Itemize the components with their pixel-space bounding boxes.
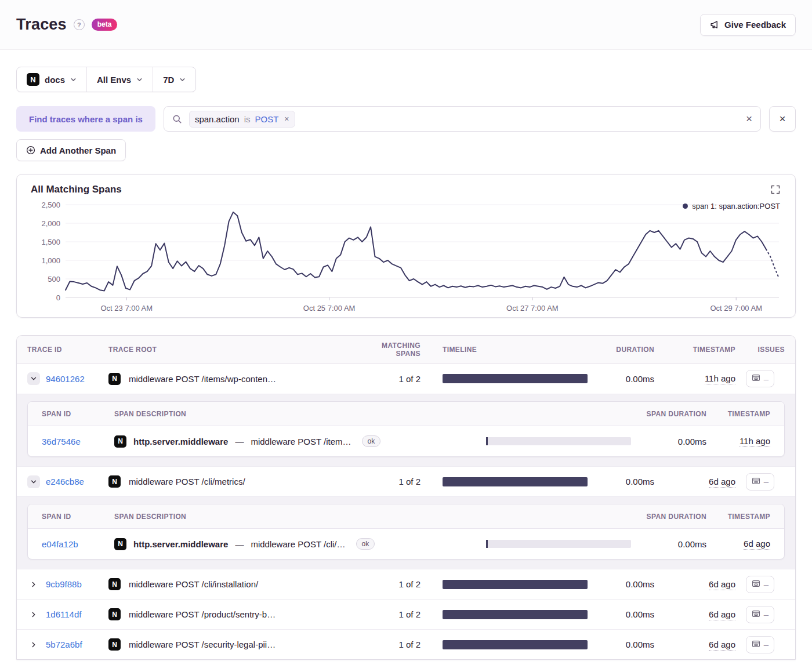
timeline-bar[interactable] — [443, 374, 588, 383]
expand-row-button[interactable] — [27, 578, 40, 591]
span-status-badge: ok — [356, 538, 375, 550]
timestamp-value[interactable]: 11h ago — [705, 373, 735, 384]
timeline-bar[interactable] — [443, 477, 588, 486]
timestamp-cell: 6d ago — [654, 477, 735, 487]
timestamp-value[interactable]: 6d ago — [709, 579, 735, 590]
environment-filter[interactable]: All Envs — [86, 67, 153, 92]
project-filter[interactable]: N docs — [17, 67, 86, 92]
add-another-span-button[interactable]: Add Another Span — [16, 139, 126, 161]
span-id-link[interactable]: e04fa12b — [42, 539, 114, 549]
remove-span-filter-button[interactable]: × — [769, 106, 796, 132]
fullscreen-icon[interactable] — [771, 185, 780, 197]
token-key: span.action — [195, 114, 240, 124]
environment-filter-value: All Envs — [97, 75, 131, 85]
chevron-down-icon — [136, 77, 143, 83]
svg-text:1,500: 1,500 — [41, 238, 60, 246]
trace-root-label: middleware POST /items/wp-conten… — [129, 374, 276, 384]
trace-id-link[interactable]: 94601262 — [46, 374, 85, 384]
trace-root-label: middleware POST /product/sentry-b… — [129, 609, 276, 619]
search-token[interactable]: span.action is POST × — [189, 111, 295, 128]
timeline-cell — [431, 374, 596, 383]
spans-subtable: SPAN IDSPAN DESCRIPTIONSPAN DURATIONTIME… — [27, 504, 785, 560]
table-row: 1d6114dfNmiddleware POST /product/sentry… — [17, 599, 795, 629]
help-icon[interactable]: ? — [74, 19, 85, 30]
col-duration: DURATION — [596, 346, 654, 354]
timeline-bar[interactable] — [443, 610, 588, 619]
timestamp-value[interactable]: 6d ago — [709, 609, 735, 620]
clear-search-icon[interactable]: × — [746, 112, 752, 125]
svg-text:500: 500 — [48, 275, 60, 284]
page-header: Traces ? beta Give Feedback — [0, 0, 812, 50]
timestamp-value[interactable]: 6d ago — [709, 477, 735, 488]
issues-cell: – — [735, 370, 785, 387]
chart-title: All Matching Spans — [31, 184, 781, 195]
no-issues-dash: – — [764, 477, 768, 486]
page-title: Traces — [16, 16, 67, 34]
chart-legend: span 1: span.action:POST — [683, 202, 780, 210]
trace-id-link[interactable]: 1d6114df — [46, 609, 81, 619]
span-row: 36d7546eNhttp.server.middleware—middlewa… — [28, 426, 784, 456]
span-duration-value: 0.00ms — [631, 437, 706, 446]
table-row: e246cb8eNmiddleware POST /cli/metrics/1 … — [17, 466, 795, 496]
trace-root-cell: Nmiddleware POST /cli/metrics/ — [108, 475, 356, 488]
span-description-cell: Nhttp.server.middleware—middleware POST … — [114, 538, 486, 550]
issues-cell: – — [735, 636, 785, 653]
span-search-input[interactable]: span.action is POST × × — [164, 106, 761, 132]
span-timestamp-value[interactable]: 11h ago — [740, 436, 770, 447]
issues-button[interactable]: – — [746, 636, 774, 653]
trace-id-cell: 9cb9f88b — [27, 578, 108, 591]
issues-icon — [752, 609, 760, 620]
span-duration-value: 0.00ms — [631, 539, 706, 549]
remove-token-icon[interactable]: × — [284, 114, 289, 123]
timestamp-value[interactable]: 6d ago — [709, 640, 735, 651]
add-another-span-label: Add Another Span — [40, 146, 116, 155]
expand-row-button[interactable] — [27, 608, 40, 621]
all-matching-spans-chart: All Matching Spans span 1: span.action:P… — [16, 174, 796, 318]
trace-root-cell: Nmiddleware POST /items/wp-conten… — [108, 373, 356, 385]
spans-chart-svg[interactable]: 05001,0001,5002,0002,500Oct 23 7:00 AMOc… — [31, 197, 782, 313]
span-description-label: middleware POST /item… — [251, 437, 351, 446]
give-feedback-label: Give Feedback — [724, 20, 786, 30]
trace-id-link[interactable]: 9cb9f88b — [46, 579, 82, 589]
span-timeline-track[interactable] — [486, 437, 631, 445]
timeline-cell — [431, 640, 596, 649]
give-feedback-button[interactable]: Give Feedback — [700, 14, 796, 36]
nextjs-logo-icon: N — [108, 578, 121, 590]
issues-cell: – — [735, 606, 785, 623]
nextjs-logo-icon: N — [108, 475, 121, 488]
trace-id-cell: 94601262 — [27, 372, 108, 385]
expand-row-button[interactable] — [27, 638, 40, 651]
collapse-row-button[interactable] — [27, 372, 40, 385]
issues-icon — [752, 579, 760, 590]
duration-value: 0.00ms — [596, 374, 654, 384]
trace-id-link[interactable]: e246cb8e — [46, 477, 84, 486]
matching-spans-count: 1 of 2 — [356, 609, 431, 619]
span-timeline-track[interactable] — [486, 540, 631, 548]
collapse-row-button[interactable] — [27, 475, 40, 488]
nextjs-logo-icon: N — [108, 638, 121, 651]
issues-button[interactable]: – — [746, 370, 774, 387]
svg-text:0: 0 — [56, 293, 60, 302]
issues-icon — [752, 373, 760, 384]
timeline-bar[interactable] — [443, 640, 588, 649]
timeline-bar[interactable] — [443, 580, 588, 589]
nextjs-logo-icon: N — [108, 608, 121, 620]
span-timestamp-value[interactable]: 6d ago — [744, 539, 770, 550]
span-separator: — — [235, 437, 244, 446]
no-issues-dash: – — [764, 609, 768, 619]
span-description-cell: Nhttp.server.middleware—middleware POST … — [114, 435, 486, 448]
issues-button[interactable]: – — [746, 576, 774, 593]
issues-icon — [752, 640, 760, 650]
date-range-filter-value: 7D — [163, 75, 174, 85]
date-range-filter[interactable]: 7D — [153, 67, 195, 92]
trace-id-link[interactable]: 5b72a6bf — [46, 640, 82, 649]
expanded-spans-panel: SPAN IDSPAN DESCRIPTIONSPAN DURATIONTIME… — [17, 496, 795, 569]
col-issues: ISSUES — [735, 346, 785, 354]
chevron-down-icon — [70, 77, 77, 83]
col-span-id: SPAN ID — [42, 513, 114, 521]
span-id-link[interactable]: 36d7546e — [42, 437, 114, 446]
duration-value: 0.00ms — [596, 640, 654, 649]
issues-button[interactable]: – — [746, 473, 774, 491]
issues-button[interactable]: – — [746, 606, 774, 623]
col-timestamp: TIMESTAMP — [654, 346, 735, 354]
